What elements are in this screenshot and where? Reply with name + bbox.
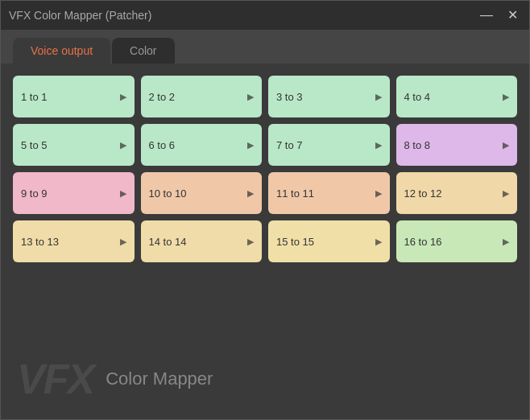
cell-2-4[interactable]: 8 to 8 ▶ bbox=[396, 124, 518, 166]
cell-label: 5 to 5 bbox=[21, 139, 48, 151]
cell-label: 14 to 14 bbox=[149, 236, 187, 248]
arrow-icon: ▶ bbox=[247, 92, 254, 102]
cell-label: 15 to 15 bbox=[276, 236, 314, 248]
cell-label: 11 to 11 bbox=[276, 187, 314, 200]
cell-4-1[interactable]: 13 to 13 ▶ bbox=[13, 220, 135, 262]
cell-4-2[interactable]: 14 to 14 ▶ bbox=[141, 220, 263, 262]
window-title-text: VFX Color Mapper bbox=[9, 9, 102, 22]
voice-output-panel: 1 to 1 ▶ 2 to 2 ▶ 3 to 3 ▶ 4 to 4 ▶ bbox=[1, 64, 529, 339]
cell-label: 6 to 6 bbox=[149, 139, 176, 151]
cell-3-4[interactable]: 12 to 12 ▶ bbox=[396, 172, 518, 214]
content-area: Voice output Color 1 to 1 ▶ 2 to 2 ▶ 3 t… bbox=[1, 30, 529, 339]
cell-label: 16 to 16 bbox=[404, 236, 442, 248]
cell-label: 7 to 7 bbox=[276, 139, 303, 151]
cell-label: 3 to 3 bbox=[276, 91, 303, 103]
arrow-icon: ▶ bbox=[375, 188, 382, 199]
cell-label: 1 to 1 bbox=[21, 91, 48, 103]
footer: VFX Color Mapper bbox=[1, 339, 529, 419]
cell-3-1[interactable]: 9 to 9 ▶ bbox=[13, 172, 135, 214]
cell-1-3[interactable]: 3 to 3 ▶ bbox=[268, 76, 390, 117]
vfx-logo: VFX bbox=[17, 358, 93, 400]
main-window: VFX Color Mapper (Patcher) — ✕ Voice out… bbox=[0, 0, 530, 420]
minimize-button[interactable]: — bbox=[477, 7, 496, 23]
grid-row-2: 5 to 5 ▶ 6 to 6 ▶ 7 to 7 ▶ 8 to 8 ▶ bbox=[13, 124, 517, 166]
arrow-icon: ▶ bbox=[503, 92, 509, 102]
title-bar: VFX Color Mapper (Patcher) — ✕ bbox=[1, 1, 529, 30]
arrow-icon: ▶ bbox=[247, 140, 254, 150]
grid-row-4: 13 to 13 ▶ 14 to 14 ▶ 15 to 15 ▶ 16 to 1… bbox=[13, 220, 517, 262]
cell-label: 13 to 13 bbox=[21, 236, 59, 248]
window-subtitle: (Patcher) bbox=[106, 9, 152, 22]
cell-label: 2 to 2 bbox=[149, 91, 176, 103]
cell-label: 10 to 10 bbox=[149, 187, 187, 200]
cell-1-2[interactable]: 2 to 2 ▶ bbox=[141, 76, 263, 117]
arrow-icon: ▶ bbox=[503, 188, 509, 199]
arrow-icon: ▶ bbox=[120, 237, 126, 247]
cell-3-3[interactable]: 11 to 11 ▶ bbox=[268, 172, 390, 214]
tab-color[interactable]: Color bbox=[112, 38, 174, 64]
tabs-bar: Voice output Color bbox=[1, 30, 529, 64]
cell-2-1[interactable]: 5 to 5 ▶ bbox=[13, 124, 135, 166]
arrow-icon: ▶ bbox=[503, 140, 509, 150]
cell-1-1[interactable]: 1 to 1 ▶ bbox=[13, 76, 135, 117]
arrow-icon: ▶ bbox=[375, 140, 382, 150]
cell-1-4[interactable]: 4 to 4 ▶ bbox=[396, 76, 518, 117]
cell-label: 4 to 4 bbox=[404, 91, 431, 103]
grid-row-3: 9 to 9 ▶ 10 to 10 ▶ 11 to 11 ▶ 12 to 12 … bbox=[13, 172, 517, 214]
cell-label: 12 to 12 bbox=[404, 187, 442, 200]
footer-title: Color Mapper bbox=[106, 369, 213, 389]
arrow-icon: ▶ bbox=[120, 92, 126, 102]
arrow-icon: ▶ bbox=[120, 188, 126, 199]
arrow-icon: ▶ bbox=[247, 188, 254, 199]
cell-4-3[interactable]: 15 to 15 ▶ bbox=[268, 220, 390, 262]
arrow-icon: ▶ bbox=[120, 140, 126, 150]
title-controls: — ✕ bbox=[477, 7, 521, 23]
arrow-icon: ▶ bbox=[375, 237, 382, 247]
cell-3-2[interactable]: 10 to 10 ▶ bbox=[141, 172, 263, 214]
cell-4-4[interactable]: 16 to 16 ▶ bbox=[396, 220, 518, 262]
arrow-icon: ▶ bbox=[503, 237, 509, 247]
arrow-icon: ▶ bbox=[375, 92, 382, 102]
tab-voice-output[interactable]: Voice output bbox=[13, 38, 110, 64]
cell-2-2[interactable]: 6 to 6 ▶ bbox=[141, 124, 263, 166]
cell-2-3[interactable]: 7 to 7 ▶ bbox=[268, 124, 390, 166]
grid-row-1: 1 to 1 ▶ 2 to 2 ▶ 3 to 3 ▶ 4 to 4 ▶ bbox=[13, 76, 517, 117]
arrow-icon: ▶ bbox=[247, 237, 254, 247]
cell-label: 8 to 8 bbox=[404, 139, 431, 151]
cell-label: 9 to 9 bbox=[21, 187, 48, 200]
window-title: VFX Color Mapper (Patcher) bbox=[9, 9, 151, 22]
close-button[interactable]: ✕ bbox=[504, 7, 521, 23]
